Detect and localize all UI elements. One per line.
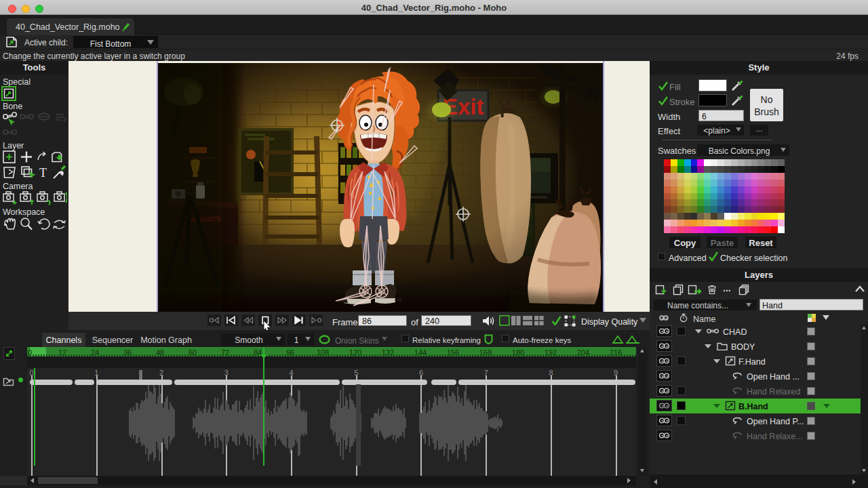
svg-text:T: T xyxy=(39,166,47,180)
